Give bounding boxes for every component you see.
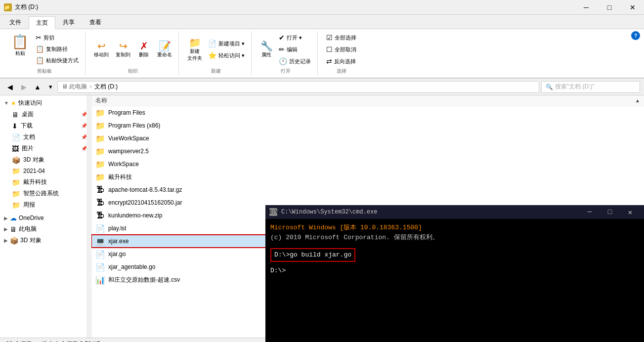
sidebar-item-3dobjects[interactable]: 📦 3D 对象 <box>0 154 91 166</box>
open-group-label: 打开 <box>281 68 291 75</box>
new-folder-label: 新建文件夹 <box>187 48 202 62</box>
sidebar-item-daisheng[interactable]: 📁 戴升科技 <box>0 176 91 188</box>
paste-shortcut-button[interactable]: 📋 粘贴快捷方式 <box>33 55 81 66</box>
copy-path-label: 复制路径 <box>46 45 68 53</box>
onedrive-cloud-icon: ☁ <box>10 214 17 222</box>
tab-view[interactable]: 查看 <box>82 16 109 29</box>
cmd-prompt-line: D:\> <box>270 266 639 276</box>
cmd-close-button[interactable]: ✕ <box>620 205 640 219</box>
ribbon-tabs: 文件 主页 共享 查看 <box>0 15 644 29</box>
cmd-icon: C:\ <box>269 208 277 216</box>
invert-selection-button[interactable]: ⇄ 反向选择 <box>324 56 358 67</box>
new-folder-icon: 📁 <box>189 38 201 47</box>
properties-button[interactable]: 🔧 属性 <box>258 40 275 60</box>
folder-icon-wampserver: 📁 <box>95 146 105 156</box>
new-folder-button[interactable]: 📁 新建文件夹 <box>185 36 205 63</box>
cmd-minimize-button[interactable]: ─ <box>580 205 600 219</box>
address-text: 🖥 此电脑 › 文档 (D:) <box>62 83 118 91</box>
sidebar-scrollbar[interactable] <box>86 95 90 338</box>
minimize-button[interactable]: ─ <box>575 0 598 15</box>
delete-icon: ✗ <box>140 41 148 51</box>
folder-icon-workspace: 📁 <box>95 159 105 169</box>
close-button[interactable]: ✕ <box>621 0 644 15</box>
clipboard-group: 📋 粘贴 ✂ 剪切 📋 复制路径 📋 粘贴快捷方式 <box>4 31 86 76</box>
quick-access-star-icon: ★ <box>11 100 16 107</box>
sidebar-item-downloads[interactable]: ⬇ 下载 📌 <box>0 120 91 131</box>
paste-button[interactable]: 📋 粘贴 <box>8 32 32 67</box>
table-row[interactable]: 📁 戴升科技 <box>91 171 644 183</box>
jar-icon-encrypt: 🗜 <box>95 198 105 208</box>
select-all-button[interactable]: ☑ 全部选择 <box>324 32 359 43</box>
organize-group-label: 组织 <box>128 68 138 75</box>
new-item-button[interactable]: 📄 新建项目 ▾ <box>206 38 247 49</box>
title-bar: 📁 文档 (D:) ─ □ ✕ <box>0 0 644 15</box>
copy-path-button[interactable]: 📋 复制路径 <box>33 43 81 54</box>
cut-button[interactable]: ✂ 剪切 <box>33 32 81 43</box>
tab-share[interactable]: 共享 <box>55 16 82 29</box>
move-to-button[interactable]: ↩ 移动到 <box>91 40 111 60</box>
ribbon-content: 📋 粘贴 ✂ 剪切 📋 复制路径 📋 粘贴快捷方式 <box>0 29 644 78</box>
cmd-maximize-button[interactable]: □ <box>600 205 620 219</box>
daisheng-label: 戴升科技 <box>23 178 47 186</box>
sidebar-item-pictures[interactable]: 🖼 图片 📌 <box>0 143 91 154</box>
up-button[interactable]: ▲ <box>32 81 43 93</box>
select-none-button[interactable]: ☐ 全部取消 <box>324 44 359 55</box>
sidebar-3d-header[interactable]: ▶ 📦 3D 对象 <box>0 235 91 246</box>
history-button[interactable]: 🕐 历史记录 <box>276 56 313 67</box>
sidebar-item-2021-04[interactable]: 📁 2021-04 <box>0 166 91 176</box>
quick-access-expand-icon: ▼ <box>4 100 9 106</box>
thispc-icon: 🖥 <box>10 225 17 233</box>
sidebar-item-desktop[interactable]: 🖥 桌面 📌 <box>0 109 91 120</box>
back-button[interactable]: ◀ <box>4 81 16 93</box>
help-button[interactable]: ? <box>631 31 640 40</box>
sidebar-thispc-header[interactable]: ▶ 🖥 此电脑 <box>0 223 91 235</box>
cut-icon: ✂ <box>36 34 42 42</box>
sidebar-item-documents[interactable]: 📄 文档 📌 <box>0 131 91 143</box>
select-all-label: 全部选择 <box>335 34 356 42</box>
copy-to-button[interactable]: ↪ 复制到 <box>113 40 133 60</box>
forward-button[interactable]: ▶ <box>18 81 30 93</box>
table-row[interactable]: 📁 Program Files (x86) <box>91 119 644 132</box>
recent-locations-icon: ▾ <box>45 82 55 92</box>
file-icon-play: 📄 <box>95 223 105 233</box>
table-row[interactable]: 📁 WorkSpace <box>91 158 644 171</box>
table-row[interactable]: 📁 VueWorkSpace <box>91 132 644 145</box>
cmd-content: Microsoft Windows [版本 10.0.18363.1500] (… <box>265 219 644 279</box>
paste-shortcut-icon: 📋 <box>36 56 44 64</box>
open-icon: ✔ <box>279 34 285 42</box>
address-input[interactable]: 🖥 此电脑 › 文档 (D:) <box>57 81 539 93</box>
sidebar-item-zhihui[interactable]: 📁 智慧公路系统 <box>0 188 91 199</box>
rename-button[interactable]: 📝 重命名 <box>155 40 174 60</box>
cmd-controls: ─ □ ✕ <box>580 205 640 219</box>
easy-access-label: 轻松访问 ▾ <box>218 52 245 59</box>
folder-icon-program-files: 📁 <box>95 108 105 118</box>
table-row[interactable]: 📁 Program Files <box>91 106 644 119</box>
cut-label: 剪切 <box>43 34 54 42</box>
go-icon-xjar: 📄 <box>95 249 105 259</box>
table-row[interactable]: 📁 wampserver2.5 <box>91 145 644 158</box>
maximize-button[interactable]: □ <box>598 0 621 15</box>
paste-shortcut-label: 粘贴快捷方式 <box>46 57 79 64</box>
search-input[interactable]: 🔍 搜索"文档 (D:)" <box>541 81 640 93</box>
sidebar-quick-access-header[interactable]: ▼ ★ 快速访问 <box>0 97 91 109</box>
easy-access-button[interactable]: ⭐ 轻松访问 ▾ <box>206 50 247 61</box>
desktop-icon: 🖥 <box>12 111 19 119</box>
sidebar-onedrive-header[interactable]: ▶ ☁ OneDrive <box>0 213 91 223</box>
exe-icon-xjar: 💻 <box>95 236 105 246</box>
table-row[interactable]: 🗜 apache-tomcat-8.5.43.tar.gz <box>91 183 644 196</box>
delete-button[interactable]: ✗ 删除 <box>135 40 153 60</box>
open-group: 🔧 属性 ✔ 打开 ▾ ✏ 编辑 🕐 历史记录 <box>254 31 318 76</box>
properties-label: 属性 <box>261 51 271 58</box>
3d-icon: 📦 <box>10 237 18 245</box>
edit-button[interactable]: ✏ 编辑 <box>276 44 313 55</box>
copy-to-label: 复制到 <box>116 51 130 58</box>
sidebar-item-zhoubao[interactable]: 📁 周报 <box>0 199 91 211</box>
paste-label: 粘贴 <box>15 50 25 57</box>
open-button[interactable]: ✔ 打开 ▾ <box>276 32 313 43</box>
sidebar: ▼ ★ 快速访问 🖥 桌面 📌 ⬇ 下载 📌 📄 文档 📌 🖼 图片 📌 📦 3… <box>0 95 91 338</box>
tab-file[interactable]: 文件 <box>2 16 29 29</box>
zip-icon-kunlun: 🗜 <box>95 211 105 220</box>
tab-home[interactable]: 主页 <box>29 16 55 29</box>
downloads-label: 下载 <box>21 122 33 130</box>
ribbon: 文件 主页 共享 查看 📋 粘贴 ✂ 剪切 📋 复制路径 <box>0 15 644 79</box>
